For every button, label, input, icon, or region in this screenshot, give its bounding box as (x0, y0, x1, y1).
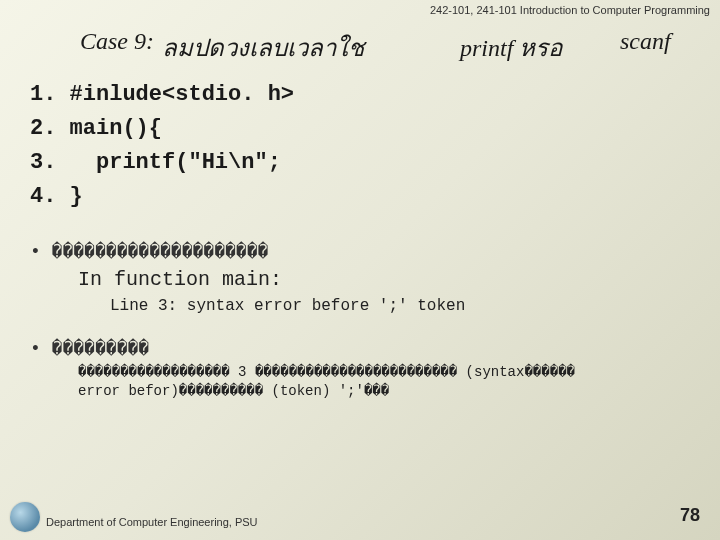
slide-title: Case 9: ลมปดวงเลบเวลาใช printf หรอ scanf (80, 28, 680, 67)
page-number: 78 (680, 505, 700, 526)
bullet-1-header: • �������������������� (30, 240, 710, 262)
code-line-1: 1. #inlude<stdio. h> (30, 82, 294, 107)
bullet-1-subtext: In function main: (78, 268, 710, 291)
title-printf: printf หรอ (460, 28, 562, 67)
bullet-1-error-line: Line 3: syntax error before ';' token (110, 297, 710, 315)
case-label: Case 9: (80, 28, 154, 67)
title-thai-text: ลมปดวงเลบเวลาใช (162, 28, 364, 67)
bullet-2-header: • ��������� (30, 337, 710, 359)
psu-logo-icon (10, 502, 40, 532)
code-line-4: 4. } (30, 184, 83, 209)
bullet-2-line2: error befor)���������� (token) ';'��� (78, 383, 389, 399)
title-scanf: scanf (620, 28, 671, 55)
course-code-header: 242-101, 241-101 Introduction to Compute… (430, 4, 710, 16)
code-block: 1. #inlude<stdio. h> 2. main(){ 3. print… (30, 78, 294, 214)
code-line-3: 3. printf("Hi\n"; (30, 150, 281, 175)
bullet-section: • �������������������� In function main:… (30, 240, 710, 401)
department-footer: Department of Computer Engineering, PSU (46, 516, 258, 528)
bullet-2-body: ������������������ 3 �������������������… (78, 363, 710, 401)
bullet-2-line1: ������������������ 3 �������������������… (78, 364, 575, 380)
code-line-2: 2. main(){ (30, 116, 162, 141)
